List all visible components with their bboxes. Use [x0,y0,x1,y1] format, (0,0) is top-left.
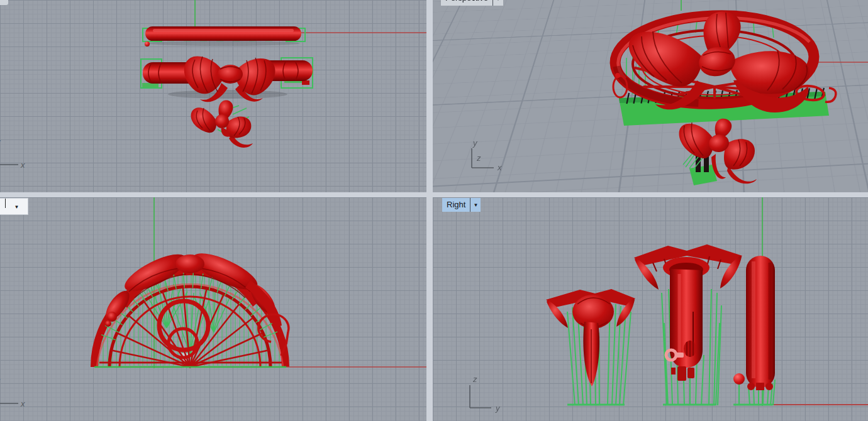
model-bar-cylinder-top [143,26,305,46]
right-view-canvas: z y [433,197,868,421]
front-view-canvas: z x [0,197,426,421]
viewport-splitter-vertical[interactable] [426,0,433,421]
axis-label-z: z [472,375,477,384]
rhino-four-viewport-workspace: y x [0,0,868,421]
axis-label-x: x [20,399,25,408]
chevron-down-icon[interactable]: ▼ [6,200,28,214]
viewport-title-label[interactable]: Right [442,198,470,212]
viewport-splitter-horizontal[interactable] [0,192,868,197]
perspective-canvas: y z x [433,0,868,192]
viewport-right[interactable]: z y Right ▼ [433,197,868,421]
viewport-title-tab-front-clipped[interactable]: ▼ [0,198,28,215]
model-small-bow-perspective [679,119,757,185]
model-small-bow-right [546,289,635,405]
axis-label-y: y [472,138,478,148]
model-bow-cylinder-top [141,57,313,102]
axis-label-z: z [0,376,1,385]
viewport-top-left[interactable]: y x [0,0,426,192]
viewport-title-tab-right[interactable]: Right ▼ [442,198,481,212]
axis-label-y: y [495,403,501,413]
chevron-down-icon[interactable]: ▼ [470,198,481,212]
model-tall-cylinder-right [733,256,775,405]
axis-indicator-front: z x [0,376,25,408]
viewport-title-tab-clipped[interactable] [0,0,8,5]
viewport-title-label[interactable]: Perspective [441,0,492,6]
model-wheel-bow-perspective [613,11,836,126]
chevron-down-icon[interactable]: ▼ [493,0,503,6]
axis-label-y: y [0,137,1,146]
viewport-front[interactable]: z x ▼ [0,197,426,421]
viewport-title-tab-perspective[interactable]: Perspective ▼ [441,0,503,6]
axis-indicator-right: z y [470,375,501,413]
viewport-perspective[interactable]: y z x Perspective ▼ [433,0,868,192]
axis-label-x: x [20,160,25,170]
model-wheel-front [94,246,289,369]
axis-indicator-top-left: y x [0,137,25,170]
model-bow-cylinder-right [634,244,742,405]
axis-indicator-perspective: y z x [472,138,502,172]
model-small-bow-top [191,101,253,148]
axis-label-x: x [497,163,502,172]
axis-label-z: z [476,153,481,163]
top-view-canvas: y x [0,0,426,192]
